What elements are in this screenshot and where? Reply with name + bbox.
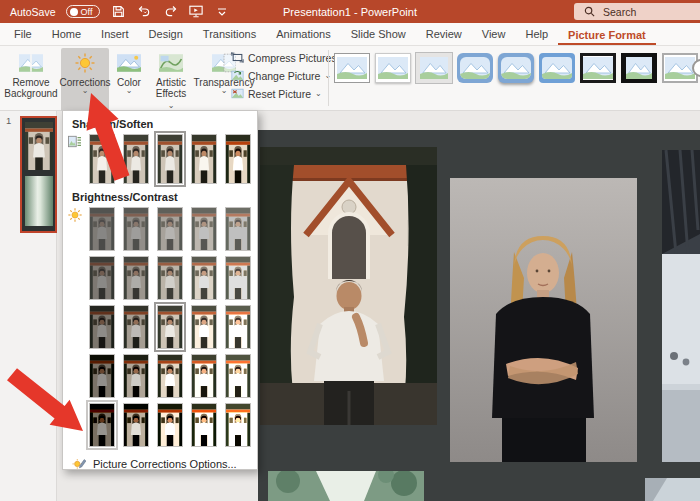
save-icon [112, 5, 125, 18]
customize-qat-button[interactable] [214, 4, 230, 20]
tab-insert[interactable]: Insert [91, 24, 139, 45]
ribbon-tabs: FileHomeInsertDesignTransitionsAnimation… [0, 23, 700, 46]
remove-background-button[interactable]: Remove Background [3, 48, 59, 112]
sharpen-thumb-2[interactable] [157, 134, 183, 184]
artistic-effects-label-1: Artistic [156, 77, 186, 88]
slide-photo-light[interactable] [645, 478, 700, 501]
tab-view[interactable]: View [472, 24, 516, 45]
bc-thumb-r3c2[interactable] [157, 354, 183, 398]
slide-photo-street[interactable] [662, 150, 700, 462]
compress-pictures-icon [231, 52, 244, 63]
color-icon [116, 52, 142, 74]
sharpen-thumb-1[interactable] [123, 134, 149, 184]
redo-icon [163, 5, 178, 18]
sharpen-thumb-4[interactable] [225, 134, 251, 184]
picture-style-rounded[interactable] [457, 53, 493, 83]
sharpen-thumbs-row [89, 134, 251, 184]
compress-pictures-label: Compress Pictures [248, 52, 337, 64]
picture-style-white-mat[interactable] [375, 53, 411, 83]
bc-thumb-r4c0[interactable] [89, 403, 115, 447]
slide-1-thumbnail[interactable] [20, 116, 57, 233]
slide-photo-man[interactable] [260, 147, 437, 425]
bc-thumb-r3c3[interactable] [191, 354, 217, 398]
slide-photo-forest[interactable] [268, 471, 424, 501]
bc-thumb-r2c4[interactable] [225, 305, 251, 349]
tab-slide-show[interactable]: Slide Show [341, 24, 416, 45]
redo-button[interactable] [162, 4, 178, 20]
search-input[interactable]: Search [574, 3, 700, 20]
tab-help[interactable]: Help [515, 24, 558, 45]
tab-review[interactable]: Review [416, 24, 472, 45]
picture-tools-small-buttons: Compress Pictures Change Picture ⌄ Reset… [231, 50, 337, 101]
picture-corrections-options[interactable]: Picture Corrections Options... [63, 450, 257, 476]
color-button[interactable]: Color ⌄ [111, 48, 147, 112]
bc-thumb-r2c0[interactable] [89, 305, 115, 349]
reset-picture-button[interactable]: Reset Picture ⌄ [231, 86, 337, 101]
start-slideshow-button[interactable] [188, 4, 204, 20]
save-button[interactable] [110, 4, 126, 20]
bc-thumb-r0c2[interactable] [157, 207, 183, 251]
bc-thumb-r3c0[interactable] [89, 354, 115, 398]
sharpen-soften-heading: Sharpen/Soften [72, 118, 257, 130]
bc-thumb-r4c2[interactable] [157, 403, 183, 447]
color-dropdown-caret: ⌄ [126, 88, 133, 94]
bc-thumb-r1c3[interactable] [191, 256, 217, 300]
change-picture-icon [231, 70, 244, 81]
bc-thumb-r4c1[interactable] [123, 403, 149, 447]
search-icon [584, 6, 595, 17]
tab-transitions[interactable]: Transitions [193, 24, 266, 45]
bc-thumb-r0c4[interactable] [225, 207, 251, 251]
tab-picture-format[interactable]: Picture Format [558, 25, 656, 46]
chevron-down-icon [217, 7, 227, 17]
bc-thumb-r2c1[interactable] [123, 305, 149, 349]
bc-thumb-r3c1[interactable] [123, 354, 149, 398]
bc-thumb-r1c2[interactable] [157, 256, 183, 300]
sharpen-thumb-0[interactable] [89, 134, 115, 184]
slide-number: 1 [6, 115, 11, 126]
corrections-sun-icon [72, 52, 98, 74]
quick-access-toolbar: AutoSave Off [0, 4, 230, 20]
autosave-toggle[interactable]: Off [66, 5, 101, 18]
slide-photo-woman[interactable] [450, 178, 637, 462]
bc-thumb-r2c3[interactable] [191, 305, 217, 349]
undo-button[interactable] [136, 4, 152, 20]
change-picture-button[interactable]: Change Picture ⌄ [231, 68, 337, 83]
picture-style-thick-black-frame[interactable] [621, 53, 657, 83]
slides-panel: 1 [0, 111, 57, 501]
autosave-state: Off [81, 7, 93, 17]
brightness-contrast-heading: Brightness/Contrast [72, 191, 257, 203]
tab-file[interactable]: File [4, 24, 42, 45]
bc-thumb-r1c0[interactable] [89, 256, 115, 300]
picture-corrections-options-icon [72, 457, 86, 470]
bc-thumb-r4c3[interactable] [191, 403, 217, 447]
change-picture-label: Change Picture [248, 70, 320, 82]
picture-style-soft-shadow[interactable] [498, 53, 534, 83]
bc-thumb-r4c4[interactable] [225, 403, 251, 447]
bc-thumb-r3c4[interactable] [225, 354, 251, 398]
bc-thumb-r0c3[interactable] [191, 207, 217, 251]
bc-thumb-r0c0[interactable] [89, 207, 115, 251]
sharpen-gallery-icon [68, 135, 81, 148]
corrections-button[interactable]: Corrections ⌄ [61, 48, 109, 112]
thumbnail-photo-forest [25, 176, 53, 226]
bc-thumb-r2c2[interactable] [157, 305, 183, 349]
picture-style-gray-frame[interactable] [416, 53, 452, 83]
remove-background-icon [18, 52, 44, 74]
compress-pictures-button[interactable]: Compress Pictures [231, 50, 337, 65]
bc-thumb-r1c1[interactable] [123, 256, 149, 300]
tab-design[interactable]: Design [139, 24, 193, 45]
picture-style-rounded-dark[interactable] [539, 53, 575, 83]
titlebar: Presentation1 - PowerPoint AutoSave Off … [0, 0, 700, 23]
bc-thumb-r1c4[interactable] [225, 256, 251, 300]
picture-style-simple[interactable] [334, 53, 370, 83]
artistic-effects-icon [158, 52, 184, 74]
search-placeholder: Search [603, 6, 636, 18]
tab-animations[interactable]: Animations [266, 24, 340, 45]
artistic-effects-button[interactable]: ArtisticEffects ⌄ [149, 48, 193, 112]
sharpen-thumb-3[interactable] [191, 134, 217, 184]
tab-home[interactable]: Home [42, 24, 91, 45]
bc-thumb-r0c1[interactable] [123, 207, 149, 251]
artistic-effects-caret: ⌄ [168, 101, 175, 110]
slide-1[interactable] [258, 130, 700, 501]
picture-style-black-frame[interactable] [580, 53, 616, 83]
